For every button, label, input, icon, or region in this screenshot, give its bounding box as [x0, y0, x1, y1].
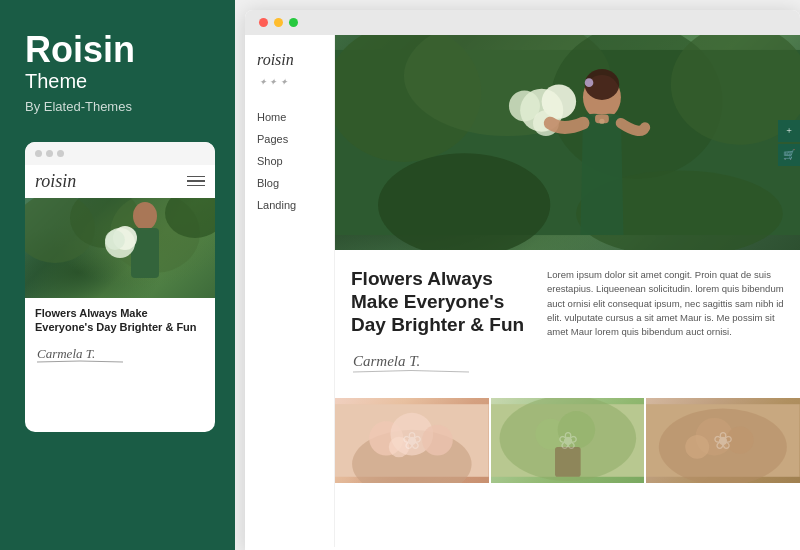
svg-text:✦ ✦ ✦: ✦ ✦ ✦ [259, 77, 288, 87]
mobile-signature: Carmela T. [35, 340, 205, 369]
signature-svg: Carmela T. [351, 346, 471, 376]
website-content: roisin ✦ ✦ ✦ Home Pages Shop Blog Landin… [245, 35, 800, 547]
svg-point-40 [659, 409, 787, 484]
svg-point-32 [422, 425, 453, 456]
svg-point-37 [557, 411, 595, 449]
content-body-text: Lorem ipsum dolor sit amet congit. Proin… [547, 268, 784, 339]
hero-btn-cart[interactable]: 🛒 [778, 144, 800, 166]
browser-dot-green[interactable] [289, 18, 298, 27]
content-section: Flowers Always Make Everyone's Day Brigh… [335, 250, 800, 398]
svg-point-24 [585, 78, 594, 87]
website-main-content: + 🛒 Flowers Always Make Everyone's Day B… [335, 35, 800, 547]
right-panel: roisin ✦ ✦ ✦ Home Pages Shop Blog Landin… [235, 0, 800, 550]
plus-icon: + [786, 125, 792, 136]
hamburger-line-3 [187, 185, 205, 187]
mobile-dot-3 [57, 150, 64, 157]
bottom-img-3-svg [646, 398, 800, 483]
svg-point-26 [599, 119, 604, 124]
bottom-image-2 [489, 398, 647, 483]
nav-item-home[interactable]: Home [257, 111, 322, 123]
left-panel: Roisin Theme By Elated-Themes roisin [0, 0, 235, 550]
hero-btn-add[interactable]: + [778, 120, 800, 142]
mobile-dot-1 [35, 150, 42, 157]
website-nav: roisin ✦ ✦ ✦ Home Pages Shop Blog Landin… [245, 35, 335, 547]
bottom-images-row [335, 398, 800, 483]
mobile-text-area: Flowers Always Make Everyone's Day Brigh… [25, 298, 215, 378]
mobile-hero-image [25, 198, 215, 298]
bottom-image-1 [335, 398, 489, 483]
mobile-hero-svg [25, 198, 215, 298]
browser-window: roisin ✦ ✦ ✦ Home Pages Shop Blog Landin… [245, 10, 800, 550]
browser-dot-yellow[interactable] [274, 18, 283, 27]
nav-item-shop[interactable]: Shop [257, 155, 322, 167]
svg-point-42 [727, 427, 754, 454]
mobile-header: roisin [25, 165, 215, 198]
svg-point-4 [133, 202, 157, 230]
hamburger-icon[interactable] [187, 176, 205, 187]
brand-title: Roisin [25, 30, 210, 70]
mobile-mockup: roisin [25, 142, 215, 432]
nav-item-blog[interactable]: Blog [257, 177, 322, 189]
cart-icon: 🛒 [783, 149, 795, 160]
content-right: Lorem ipsum dolor sit amet congit. Proin… [547, 268, 784, 380]
website-logo-sub: ✦ ✦ ✦ [257, 71, 322, 93]
svg-text:Carmela T.: Carmela T. [353, 353, 420, 369]
hero-svg [335, 35, 800, 250]
bottom-image-3 [646, 398, 800, 483]
nav-item-landing[interactable]: Landing [257, 199, 322, 211]
hamburger-line-1 [187, 176, 205, 178]
mobile-signature-svg: Carmela T. [35, 340, 125, 365]
mobile-heading: Flowers Always Make Everyone's Day Brigh… [35, 306, 205, 335]
hero-section: + 🛒 [335, 35, 800, 250]
svg-point-43 [686, 435, 710, 459]
svg-text:Carmela T.: Carmela T. [37, 346, 95, 361]
browser-bar [245, 10, 800, 35]
bottom-img-1-svg [335, 398, 489, 483]
hero-side-buttons: + 🛒 [778, 120, 800, 166]
content-signature: Carmela T. [351, 346, 531, 380]
svg-point-33 [389, 437, 409, 457]
hamburger-line-2 [187, 180, 205, 182]
mobile-logo: roisin [35, 171, 76, 192]
content-left: Flowers Always Make Everyone's Day Brigh… [351, 268, 531, 380]
mobile-dot-2 [46, 150, 53, 157]
svg-point-8 [105, 230, 125, 250]
browser-dot-red[interactable] [259, 18, 268, 27]
svg-rect-38 [555, 447, 581, 477]
content-heading: Flowers Always Make Everyone's Day Brigh… [351, 268, 531, 336]
mobile-dots [25, 142, 215, 165]
brand-subtitle: Theme [25, 70, 210, 93]
website-logo: roisin [257, 51, 322, 69]
nav-item-pages[interactable]: Pages [257, 133, 322, 145]
logo-decoration-svg: ✦ ✦ ✦ [257, 71, 317, 91]
brand-by: By Elated-Themes [25, 99, 210, 114]
bottom-img-2-svg [491, 398, 645, 483]
